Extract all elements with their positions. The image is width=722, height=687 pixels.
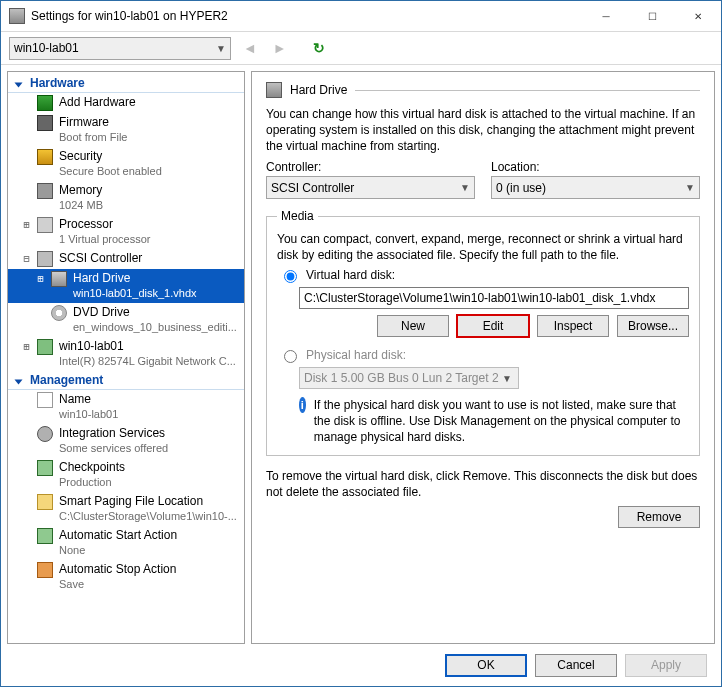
dvd-icon [51, 305, 67, 321]
chevron-down-icon: ▼ [685, 182, 695, 193]
intro-text: You can change how this virtual hard dis… [266, 106, 700, 154]
expand-icon[interactable]: ⊞ [36, 271, 45, 286]
expand-icon[interactable]: ⊞ [22, 339, 31, 354]
tree-integration-services[interactable]: Integration ServicesSome services offere… [8, 424, 244, 458]
toolbar: win10-lab01 ▼ ◄ ► ↻ [1, 31, 721, 65]
name-icon [37, 392, 53, 408]
phd-radio-label: Physical hard disk: [306, 348, 406, 362]
vm-selector-value: win10-lab01 [14, 41, 79, 55]
virtual-hard-disk-radio[interactable] [284, 270, 297, 283]
tree-hard-drive[interactable]: ⊞Hard Drivewin10-lab01_disk_1.vhdx [8, 269, 244, 303]
settings-tree[interactable]: Hardware Add Hardware FirmwareBoot from … [7, 71, 245, 644]
info-icon: i [299, 397, 306, 413]
dialog-footer: OK Cancel Apply [1, 644, 721, 686]
location-select[interactable]: 0 (in use)▼ [491, 176, 700, 199]
physical-hard-disk-radio[interactable] [284, 350, 297, 363]
window-title: Settings for win10-lab01 on HYPER2 [31, 9, 228, 23]
tree-network-adapter[interactable]: ⊞win10-lab01Intel(R) 82574L Gigabit Netw… [8, 337, 244, 371]
tree-firmware[interactable]: FirmwareBoot from File [8, 113, 244, 147]
physical-disk-select: Disk 1 5.00 GB Bus 0 Lun 2 Target 2▼ [299, 367, 519, 389]
chevron-down-icon: ▼ [460, 182, 470, 193]
phd-info-text: If the physical hard disk you want to us… [314, 397, 689, 445]
add-hardware-icon [37, 95, 53, 111]
page-title: Hard Drive [290, 83, 347, 97]
chevron-down-icon: ▼ [216, 43, 226, 54]
location-label: Location: [491, 160, 700, 174]
tree-add-hardware[interactable]: Add Hardware [8, 93, 244, 113]
scsi-icon [37, 251, 53, 267]
hardware-section-header[interactable]: Hardware [8, 74, 244, 93]
tree-smart-paging[interactable]: Smart Paging File LocationC:\ClusterStor… [8, 492, 244, 526]
auto-start-icon [37, 528, 53, 544]
tree-scsi-controller[interactable]: ⊟SCSI Controller [8, 249, 244, 269]
tree-auto-stop[interactable]: Automatic Stop ActionSave [8, 560, 244, 594]
hard-drive-icon [266, 82, 282, 98]
media-group: Media You can compact, convert, expand, … [266, 209, 700, 456]
processor-icon [37, 217, 53, 233]
app-icon [9, 8, 25, 24]
tree-auto-start[interactable]: Automatic Start ActionNone [8, 526, 244, 560]
integration-icon [37, 426, 53, 442]
close-button[interactable]: ✕ [675, 1, 721, 31]
browse-button[interactable]: Browse... [617, 315, 689, 337]
security-icon [37, 149, 53, 165]
tree-checkpoints[interactable]: CheckpointsProduction [8, 458, 244, 492]
remove-intro: To remove the virtual hard disk, click R… [266, 468, 700, 500]
auto-stop-icon [37, 562, 53, 578]
memory-icon [37, 183, 53, 199]
vm-selector[interactable]: win10-lab01 ▼ [9, 37, 231, 60]
new-button[interactable]: New [377, 315, 449, 337]
checkpoints-icon [37, 460, 53, 476]
controller-label: Controller: [266, 160, 475, 174]
remove-button[interactable]: Remove [618, 506, 700, 528]
nav-forward-button[interactable]: ► [269, 40, 291, 56]
folder-icon [37, 494, 53, 510]
refresh-button[interactable]: ↻ [313, 40, 325, 56]
management-section-header[interactable]: Management [8, 371, 244, 390]
vhd-radio-label: Virtual hard disk: [306, 268, 395, 282]
nav-back-button[interactable]: ◄ [239, 40, 261, 56]
maximize-button[interactable]: ☐ [629, 1, 675, 31]
tree-dvd-drive[interactable]: DVD Driveen_windows_10_business_editi... [8, 303, 244, 337]
apply-button: Apply [625, 654, 707, 677]
firmware-icon [37, 115, 53, 131]
expand-icon[interactable]: ⊞ [22, 217, 31, 232]
hard-drive-icon [51, 271, 67, 287]
inspect-button[interactable]: Inspect [537, 315, 609, 337]
tree-processor[interactable]: ⊞Processor1 Virtual processor [8, 215, 244, 249]
media-intro: You can compact, convert, expand, merge,… [277, 231, 689, 263]
chevron-down-icon: ▼ [502, 373, 512, 384]
cancel-button[interactable]: Cancel [535, 654, 617, 677]
tree-name[interactable]: Namewin10-lab01 [8, 390, 244, 424]
minimize-button[interactable]: ─ [583, 1, 629, 31]
controller-select[interactable]: SCSI Controller▼ [266, 176, 475, 199]
vhd-path-input[interactable] [299, 287, 689, 309]
nic-icon [37, 339, 53, 355]
tree-security[interactable]: SecuritySecure Boot enabled [8, 147, 244, 181]
ok-button[interactable]: OK [445, 654, 527, 677]
edit-button[interactable]: Edit [457, 315, 529, 337]
tree-memory[interactable]: Memory1024 MB [8, 181, 244, 215]
collapse-icon[interactable]: ⊟ [22, 251, 31, 266]
titlebar: Settings for win10-lab01 on HYPER2 ─ ☐ ✕ [1, 1, 721, 31]
content-pane: Hard Drive You can change how this virtu… [251, 71, 715, 644]
media-legend: Media [277, 209, 318, 223]
